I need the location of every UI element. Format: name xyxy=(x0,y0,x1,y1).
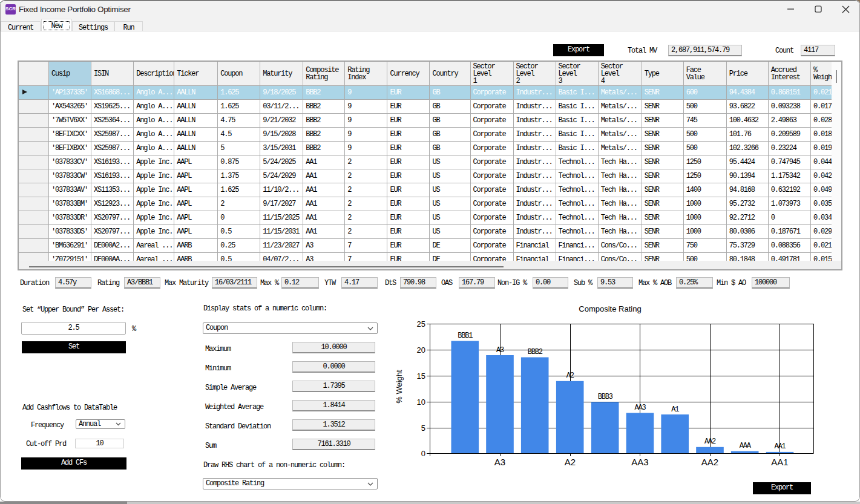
svg-text:AAA: AAA xyxy=(740,442,752,450)
svg-text:20: 20 xyxy=(417,345,425,355)
svg-text:A3: A3 xyxy=(494,457,505,467)
svg-text:AA2: AA2 xyxy=(704,437,716,446)
svg-text:AA3: AA3 xyxy=(634,404,646,412)
svg-text:AA2: AA2 xyxy=(701,457,718,467)
svg-text:AA1: AA1 xyxy=(774,442,786,451)
svg-text:25: 25 xyxy=(417,319,425,329)
svg-text:5: 5 xyxy=(421,424,425,433)
svg-text:Composite Rating: Composite Rating xyxy=(579,304,641,313)
svg-text:A2: A2 xyxy=(565,457,576,467)
svg-text:A3: A3 xyxy=(496,346,504,355)
svg-text:AA1: AA1 xyxy=(771,457,788,467)
svg-text:A1: A1 xyxy=(671,405,679,414)
svg-text:0: 0 xyxy=(421,449,425,458)
svg-text:BBB2: BBB2 xyxy=(528,348,543,356)
svg-text:A2: A2 xyxy=(566,371,574,380)
svg-text:BBB3: BBB3 xyxy=(598,393,613,401)
svg-text:10: 10 xyxy=(417,398,425,407)
svg-text:15: 15 xyxy=(417,371,425,381)
svg-text:AA3: AA3 xyxy=(631,457,648,467)
svg-text:BBB1: BBB1 xyxy=(458,332,473,340)
svg-text:% Weight: % Weight xyxy=(395,370,404,404)
